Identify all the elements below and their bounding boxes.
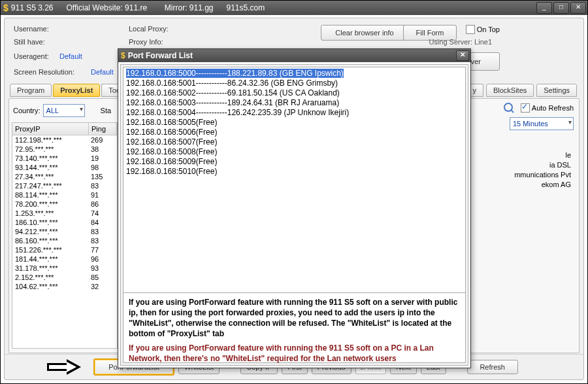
- table-row[interactable]: 31.178.***.***93: [12, 264, 117, 273]
- table-row[interactable]: 73.140.***.***19: [12, 154, 117, 163]
- cell-ip: 72.95.***.***: [12, 145, 88, 154]
- search-icon[interactable]: [504, 103, 514, 113]
- useragent-link[interactable]: Default: [59, 52, 82, 60]
- cell-ping: 269: [88, 135, 117, 145]
- table-row[interactable]: 1.253.***.***74: [12, 209, 117, 218]
- cell-ip: 31.178.***.***: [12, 264, 88, 273]
- dialog-note: If you are using PortForward feature wit…: [123, 292, 466, 363]
- cell-ping: 83: [88, 236, 117, 245]
- useragent-label: Useragent:: [14, 52, 49, 60]
- cell-ip: 78.200.***.***: [12, 200, 88, 209]
- tab-proxylist[interactable]: ProxyList: [53, 84, 100, 97]
- still-have-label: Still have:: [14, 38, 45, 46]
- table-row[interactable]: 78.200.***.***86: [12, 200, 117, 209]
- col-ping[interactable]: Ping: [89, 123, 117, 135]
- port-forward-entry[interactable]: 192.168.0.168:5010(Free): [126, 167, 463, 177]
- screen-res-link[interactable]: Default: [91, 68, 114, 76]
- auto-refresh-checkbox[interactable]: [521, 103, 530, 113]
- port-forward-entry[interactable]: 192.168.0.168:5004------------126.242.23…: [126, 108, 463, 118]
- port-forward-dialog: $ Port Forward List ✕ 192.168.0.168:5000…: [118, 48, 471, 368]
- maximize-button[interactable]: □: [553, 2, 569, 14]
- cell-ip: 93.144.***.***: [12, 163, 88, 172]
- port-forward-entry[interactable]: 192.168.0.168:5006(Free): [126, 128, 463, 137]
- table-row[interactable]: 93.144.***.***98: [12, 163, 117, 172]
- on-top-checkbox[interactable]: [466, 25, 475, 34]
- cell-ping: 98: [88, 163, 117, 172]
- window-title: 911 S5 3.26 Official Website: 911.re Mir…: [11, 3, 265, 12]
- using-server-label: Using Server: Line1: [429, 38, 492, 46]
- cell-ping: 38: [88, 145, 117, 154]
- table-row[interactable]: 2.152.***.***85: [12, 273, 117, 282]
- table-row[interactable]: 94.212.***.***83: [12, 227, 117, 236]
- cell-ping: 83: [88, 181, 117, 190]
- minimize-button[interactable]: _: [536, 2, 552, 14]
- table-row[interactable]: 181.44.***.***96: [12, 254, 117, 264]
- cell-ip: 88.114.***.***: [12, 190, 88, 200]
- port-forward-entry[interactable]: 192.168.0.168:5008(Free): [126, 147, 463, 157]
- table-row[interactable]: 88.114.***.***91: [12, 190, 117, 200]
- cell-ping: 83: [88, 227, 117, 236]
- cell-ping: 93: [88, 264, 117, 273]
- port-forward-entry[interactable]: 192.168.0.168:5007(Free): [126, 137, 463, 147]
- dialog-close-button[interactable]: ✕: [456, 50, 469, 61]
- port-forward-entry[interactable]: 192.168.0.168:5003------------189.24.64.…: [126, 98, 463, 108]
- table-row[interactable]: 86.160.***.***83: [12, 236, 117, 245]
- port-forward-list[interactable]: 192.168.0.168:5000------------188.221.89…: [123, 67, 466, 293]
- cell-ip: 104.62.***.***: [12, 282, 88, 291]
- table-row[interactable]: 112.198.***.***269: [12, 135, 117, 145]
- app-icon: $: [3, 3, 8, 13]
- tab-blocksites[interactable]: BlockSites: [486, 84, 534, 97]
- cell-ip: 217.247.***.***: [12, 181, 88, 190]
- tab-program[interactable]: Program: [10, 84, 52, 97]
- cell-ip: 94.212.***.***: [12, 227, 88, 236]
- col-proxyip[interactable]: ProxyIP: [12, 123, 89, 135]
- port-forward-entry[interactable]: 192.168.0.168:5000------------188.221.89…: [126, 69, 463, 79]
- cell-ping: 135: [88, 172, 117, 181]
- cell-ping: 86: [88, 200, 117, 209]
- table-row[interactable]: 217.247.***.***83: [12, 181, 117, 190]
- isp-frag-3: mmunications Pvt: [514, 171, 571, 179]
- proxy-table-header: ProxyIP Ping: [12, 123, 117, 135]
- table-row[interactable]: 72.95.***.***38: [12, 145, 117, 154]
- titlebar[interactable]: $ 911 S5 3.26 Official Website: 911.re M…: [1, 1, 587, 15]
- proxy-table: ProxyIP Ping 112.198.***.***26972.95.***…: [12, 122, 118, 349]
- port-forward-entry[interactable]: 192.168.0.168:5009(Free): [126, 157, 463, 167]
- username-label: Username:: [14, 25, 49, 33]
- note-whitelist: If you are using PortForward feature wit…: [129, 297, 460, 339]
- port-forward-entry[interactable]: 192.168.0.168:5005(Free): [126, 118, 463, 128]
- screen-res-label: Screen Resolution:: [14, 68, 74, 76]
- cell-ip: 1.253.***.***: [12, 209, 88, 218]
- table-row[interactable]: 151.226.***.***77: [12, 245, 117, 254]
- note-lan: If you are using PortForward feature wit…: [129, 343, 460, 364]
- tabs-left: Program ProxyList Tod: [10, 84, 127, 97]
- cell-ping: 91: [88, 190, 117, 200]
- cell-ping: 19: [88, 154, 117, 163]
- clear-browser-button[interactable]: Clear browser info: [321, 25, 408, 41]
- cell-ping: 85: [88, 273, 117, 282]
- port-forward-entry[interactable]: 192.168.0.168:5002------------69.181.50.…: [126, 88, 463, 98]
- proxy-info-label: Proxy Info:: [129, 38, 163, 46]
- port-forward-entry[interactable]: 192.168.0.168:5001------------86.24.32.3…: [126, 79, 463, 88]
- table-row[interactable]: 104.62.***.***32: [12, 282, 117, 291]
- cell-ping: 74: [88, 209, 117, 218]
- cell-ip: 86.160.***.***: [12, 236, 88, 245]
- cell-ip: 186.10.***.***: [12, 218, 88, 227]
- cell-ping: 96: [88, 254, 117, 264]
- cell-ip: 112.198.***.***: [12, 135, 88, 145]
- dialog-titlebar[interactable]: $ Port Forward List ✕: [118, 49, 470, 62]
- isp-frag-2: ia DSL: [549, 161, 571, 169]
- isp-frag-1: le: [565, 151, 571, 159]
- auto-refresh-label: Auto Refresh: [532, 104, 574, 112]
- tab-settings[interactable]: Settings: [536, 84, 577, 97]
- country-select[interactable]: ALL: [43, 104, 85, 117]
- close-button[interactable]: ✕: [570, 2, 586, 14]
- cell-ip: 151.226.***.***: [12, 245, 88, 254]
- proxy-table-body: 112.198.***.***26972.95.***.***3873.140.…: [12, 135, 117, 291]
- table-row[interactable]: 27.34.***.***135: [12, 172, 117, 181]
- refresh-interval-select[interactable]: 15 Minutes: [510, 117, 574, 130]
- refresh-button[interactable]: Refresh: [467, 360, 518, 374]
- isp-frag-4: ekom AG: [542, 181, 571, 188]
- table-row[interactable]: 186.10.***.***84: [12, 218, 117, 227]
- tab-proxy-cut[interactable]: y: [470, 84, 483, 97]
- arrow-icon: [47, 360, 86, 374]
